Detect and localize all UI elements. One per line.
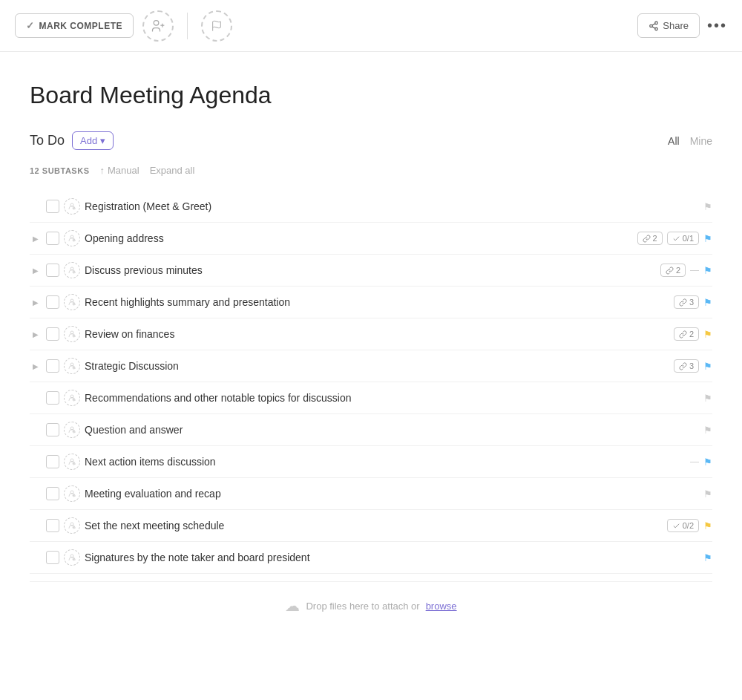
expand-arrow[interactable]: ▶ — [30, 296, 42, 308]
expand-arrow[interactable]: ▶ — [30, 264, 42, 276]
expand-arrow[interactable]: ▶ — [30, 360, 42, 372]
filter-mine-button[interactable]: Mine — [690, 135, 712, 147]
expand-arrow[interactable]: ▶ — [30, 232, 42, 244]
browse-link[interactable]: browse — [426, 601, 457, 612]
task-checkbox[interactable] — [46, 519, 59, 532]
avatar — [64, 390, 80, 406]
task-checkbox[interactable] — [46, 232, 59, 245]
filter-all-button[interactable]: All — [668, 135, 680, 147]
drop-zone: ☁ Drop files here to attach or browse — [30, 581, 712, 629]
flag-icon[interactable]: ⚑ — [703, 361, 712, 372]
task-checkbox[interactable] — [46, 264, 59, 277]
task-meta: 2—⚑ — [660, 264, 712, 277]
manual-sort-label: Manual — [108, 165, 139, 176]
expand-arrow — [30, 200, 42, 212]
flag-icon[interactable]: ⚑ — [703, 552, 712, 563]
task-meta: 2⚑ — [674, 327, 712, 341]
expand-arrow[interactable]: ▶ — [30, 328, 42, 340]
flag-icon[interactable]: ⚑ — [703, 297, 712, 308]
task-row: Signatures by the note taker and board p… — [30, 542, 712, 574]
subtask-count-badge: 3 — [674, 359, 699, 373]
task-completion-badge: 0/2 — [667, 519, 699, 532]
expand-arrow — [30, 488, 42, 500]
svg-line-8 — [652, 23, 655, 24]
task-name: Meeting evaluation and recap — [85, 488, 699, 500]
flag-button[interactable] — [201, 10, 232, 42]
task-name: Registration (Meet & Greet) — [85, 200, 699, 212]
expand-arrow — [30, 456, 42, 468]
flag-icon[interactable]: ⚑ — [703, 329, 712, 340]
flag-icon[interactable]: ⚑ — [703, 457, 712, 468]
task-checkbox[interactable] — [46, 359, 59, 373]
mark-complete-label: MARK COMPLETE — [39, 21, 123, 31]
subtask-count-badge: 2 — [660, 264, 686, 277]
subtasks-count: 12 SUBTASKS — [30, 166, 89, 175]
share-button[interactable]: Share — [637, 13, 700, 38]
add-member-button[interactable] — [142, 10, 174, 42]
avatar — [64, 485, 80, 502]
add-button[interactable]: Add ▾ — [72, 131, 114, 150]
svg-point-5 — [650, 24, 653, 27]
avatar — [64, 198, 80, 215]
subtask-count-badge: 3 — [674, 295, 699, 309]
task-checkbox[interactable] — [46, 295, 59, 309]
task-checkbox[interactable] — [46, 200, 59, 213]
svg-point-4 — [655, 22, 658, 24]
svg-point-0 — [154, 20, 159, 25]
task-checkbox[interactable] — [46, 423, 59, 436]
flag-icon[interactable]: ⚑ — [703, 393, 712, 404]
manual-sort[interactable]: ↑ Manual — [99, 165, 139, 176]
task-name: Next action items discussion — [85, 456, 686, 468]
task-meta: ⚑ — [703, 425, 712, 436]
drop-zone-text: Drop files here to attach or — [306, 601, 419, 612]
expand-arrow — [30, 552, 42, 563]
task-checkbox[interactable] — [46, 551, 59, 564]
task-name: Question and answer — [85, 424, 699, 436]
task-name: Strategic Discussion — [85, 360, 669, 372]
flag-icon[interactable]: ⚑ — [703, 425, 712, 436]
task-checkbox[interactable] — [46, 391, 59, 405]
flag-icon[interactable]: ⚑ — [703, 201, 712, 212]
avatar — [64, 262, 80, 278]
scroll-area[interactable]: Board Meeting Agenda To Do Add ▾ All Min… — [0, 52, 742, 700]
task-checkbox[interactable] — [46, 487, 59, 500]
task-checkbox[interactable] — [46, 327, 59, 341]
toolbar-right: Share ••• — [637, 13, 727, 38]
task-meta: 3⚑ — [674, 359, 712, 373]
flag-icon[interactable]: ⚑ — [703, 233, 712, 244]
section-title: To Do — [30, 133, 65, 148]
filter-buttons: All Mine — [668, 135, 712, 147]
task-row: ▶Discuss previous minutes 2—⚑ — [30, 255, 712, 287]
subtask-count-badge: 2 — [674, 327, 699, 341]
svg-line-7 — [652, 26, 655, 27]
task-meta: ⚑ — [703, 201, 712, 212]
dash-icon: — — [690, 265, 699, 275]
more-options-button[interactable]: ••• — [707, 17, 727, 34]
flag-icon[interactable]: ⚑ — [703, 520, 712, 531]
flag-icon[interactable]: ⚑ — [703, 488, 712, 500]
task-meta: 3⚑ — [674, 295, 712, 309]
task-name: Recent highlights summary and presentati… — [85, 296, 669, 308]
task-checkbox[interactable] — [46, 455, 59, 468]
check-icon: ✓ — [26, 20, 35, 31]
task-row: ▶Recent highlights summary and presentat… — [30, 287, 712, 318]
avatar — [64, 454, 80, 470]
avatar — [64, 326, 80, 342]
task-row: ▶Strategic Discussion 3⚑ — [30, 350, 712, 382]
task-name: Set the next meeting schedule — [85, 520, 663, 531]
dash-icon: — — [690, 457, 699, 467]
add-label: Add — [80, 135, 97, 146]
task-row: Registration (Meet & Greet)⚑ — [30, 191, 712, 223]
task-meta: 0/2⚑ — [667, 519, 712, 532]
toolbar-divider — [187, 13, 188, 39]
task-name: Recommendations and other notable topics… — [85, 392, 699, 404]
expand-all-button[interactable]: Expand all — [150, 165, 195, 176]
task-meta: —⚑ — [690, 457, 712, 468]
avatar — [64, 294, 80, 310]
task-meta: 2 0/1⚑ — [637, 232, 712, 245]
task-row: Set the next meeting schedule 0/2⚑ — [30, 510, 712, 542]
task-completion-badge: 0/1 — [667, 232, 699, 245]
mark-complete-button[interactable]: ✓ MARK COMPLETE — [15, 13, 134, 38]
task-row: ▶Review on finances 2⚑ — [30, 318, 712, 350]
flag-icon[interactable]: ⚑ — [703, 265, 712, 276]
